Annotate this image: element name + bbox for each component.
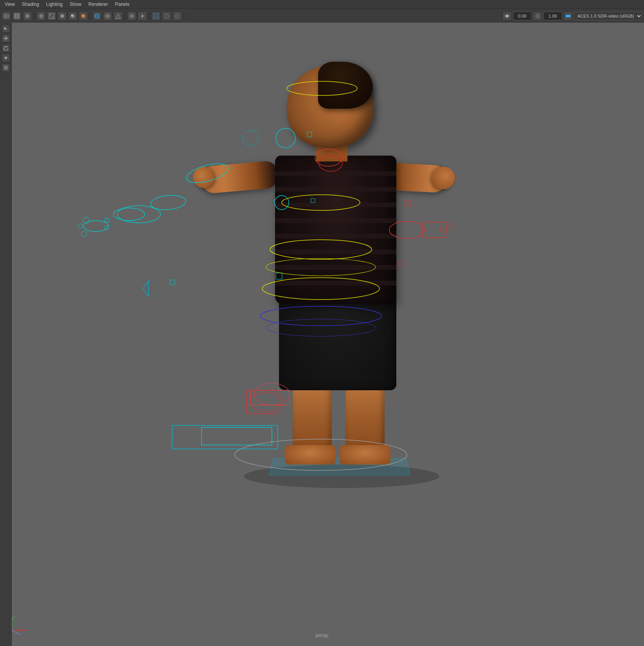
svg-marker-45 (7, 38, 8, 39)
right-hand (432, 167, 455, 189)
menu-lighting[interactable]: Lighting (43, 1, 66, 8)
select-circle-btn[interactable] (162, 11, 171, 21)
svg-point-27 (131, 15, 133, 17)
menu-renderer[interactable]: Renderer (85, 1, 111, 8)
left-foot (285, 445, 336, 465)
svg-point-17 (71, 14, 73, 16)
svg-point-51 (5, 67, 7, 68)
proportional-btn[interactable] (127, 11, 137, 21)
svg-rect-87 (170, 280, 175, 285)
scale-tool-btn[interactable] (2, 54, 10, 62)
svg-rect-5 (15, 16, 16, 18)
svg-text:Y: Y (13, 615, 15, 619)
shirt-stripe-6 (275, 249, 396, 254)
shirt-stripe-7 (275, 265, 396, 270)
svg-rect-38 (566, 15, 570, 17)
menu-panels[interactable]: Panels (112, 1, 133, 8)
svg-marker-44 (4, 38, 5, 39)
render-btn[interactable] (23, 11, 32, 21)
snap-btn[interactable] (113, 11, 123, 21)
svg-rect-3 (15, 14, 16, 16)
svg-point-15 (60, 14, 64, 18)
cursor-tool-btn[interactable] (2, 24, 10, 33)
svg-marker-25 (116, 14, 121, 18)
svg-rect-33 (154, 14, 158, 18)
viewport[interactable]: persp X Y Z (0, 23, 644, 646)
shirt-stripe-5 (275, 234, 396, 239)
film-btn[interactable] (12, 11, 22, 21)
svg-point-18 (81, 14, 85, 18)
left-toolbar (0, 23, 12, 646)
svg-marker-43 (5, 39, 7, 41)
shirt-stripe-8 (275, 281, 396, 285)
svg-marker-8 (27, 15, 29, 17)
svg-line-97 (12, 630, 20, 634)
color-management-icon (563, 11, 573, 21)
shirt-stripe-4 (275, 218, 396, 223)
svg-rect-65 (105, 226, 108, 229)
svg-point-58 (150, 194, 187, 211)
svg-point-37 (536, 14, 539, 18)
matcap-btn[interactable] (68, 11, 77, 21)
svg-text:Z: Z (20, 633, 22, 634)
menu-view[interactable]: View (2, 1, 18, 8)
svg-rect-64 (105, 218, 109, 222)
exposure-icon (502, 11, 512, 21)
svg-marker-88 (143, 281, 149, 296)
right-foot (340, 445, 390, 465)
camera-btn[interactable] (2, 11, 11, 21)
shirt-stripe-3 (275, 203, 396, 207)
overlay-btn[interactable] (92, 11, 102, 21)
rotate-tool-btn[interactable] (2, 44, 10, 52)
select-lasso-btn[interactable] (173, 11, 182, 21)
svg-point-62 (78, 224, 83, 228)
left-hand (193, 167, 214, 188)
svg-point-19 (82, 15, 83, 16)
menu-bar: View Shading Lighting Show Renderer Pane… (0, 0, 644, 9)
svg-rect-2 (14, 14, 19, 18)
svg-marker-39 (4, 27, 7, 31)
exposure-input[interactable]: 0.00 (513, 12, 532, 20)
shirt-stripe-1 (275, 171, 396, 176)
svg-point-90 (117, 206, 160, 223)
menu-show[interactable]: Show (67, 1, 85, 8)
svg-rect-0 (4, 14, 9, 18)
svg-point-16 (71, 14, 75, 18)
menu-shading[interactable]: Shading (19, 1, 42, 8)
svg-rect-4 (17, 14, 18, 16)
svg-point-63 (81, 231, 87, 237)
svg-text:X: X (24, 628, 27, 632)
svg-point-34 (165, 14, 169, 18)
color-profile-select[interactable]: ACES 1.0 SDR-video (sRGB) (574, 12, 642, 20)
shirt-stripe-2 (275, 187, 396, 192)
wireframe-btn[interactable] (47, 11, 56, 21)
toolbar: 0.00 1.00 ACES 1.0 SDR-video (sRGB) (0, 9, 644, 23)
svg-point-1 (5, 15, 7, 17)
svg-rect-6 (17, 16, 18, 18)
move-tool-btn[interactable] (2, 34, 10, 43)
svg-marker-42 (5, 36, 7, 37)
rendered-btn[interactable] (79, 11, 88, 21)
transform-tool-btn[interactable] (2, 63, 10, 72)
hair (318, 62, 373, 109)
svg-point-59 (113, 208, 145, 221)
svg-point-61 (83, 217, 89, 223)
select-box-btn[interactable] (151, 11, 161, 21)
svg-line-14 (49, 14, 54, 18)
gamma-input[interactable]: 1.00 (543, 12, 562, 20)
character-model (185, 42, 459, 472)
grid-btn[interactable] (36, 11, 46, 21)
svg-point-28 (142, 15, 143, 17)
transform-pivot-btn[interactable] (138, 11, 147, 21)
gizmo-btn[interactable] (103, 11, 112, 21)
gamma-icon (533, 11, 542, 21)
perspective-label: persp (316, 632, 329, 638)
shorts (279, 292, 396, 390)
torso (275, 156, 396, 304)
solid-btn[interactable] (58, 11, 67, 21)
svg-point-60 (83, 221, 108, 231)
